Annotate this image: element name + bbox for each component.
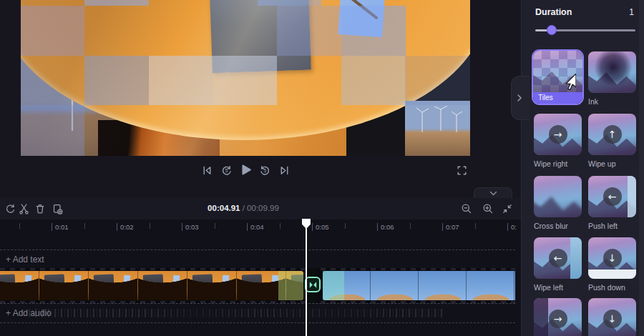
- wipe-left-thumbnail: ←: [534, 237, 582, 279]
- transition-card-push-down[interactable]: ↓Push down: [588, 237, 636, 292]
- transition-tile-overlay: [84, 0, 149, 6]
- ruler-tick-0:07: 0:07: [442, 223, 459, 231]
- forward-5s-button[interactable]: 5: [259, 164, 272, 177]
- clip-frame-thumbnail: [0, 271, 39, 300]
- ruler-minor-tick: [410, 223, 411, 229]
- split-button[interactable]: [19, 203, 30, 214]
- transition-tile-overlay: [405, 56, 470, 105]
- zoom-in-button[interactable]: [482, 203, 494, 214]
- skip-to-start-button[interactable]: [201, 164, 214, 177]
- transition-label: Tiles: [533, 92, 582, 104]
- transition-tile-overlay: [341, 56, 406, 105]
- ruler-minor-tick: [280, 223, 280, 229]
- ruler-tick-0:02: 0:02: [117, 223, 134, 231]
- ruler-tick-0:06: 0:06: [377, 223, 394, 231]
- svg-text:5: 5: [225, 168, 228, 173]
- transition-tile-overlay: [213, 56, 277, 105]
- transition-label: Push left: [588, 222, 636, 230]
- skip-end-icon: [278, 164, 291, 177]
- tiles-thumbnail: [533, 51, 582, 92]
- trash-icon: [34, 203, 46, 214]
- ruler-minor-tick: [345, 223, 346, 229]
- ruler-minor-tick: [215, 223, 215, 229]
- play-button[interactable]: [239, 163, 252, 176]
- delete-button[interactable]: [34, 203, 46, 214]
- fullscreen-button[interactable]: [456, 164, 469, 177]
- total-duration: 00:09.99: [247, 204, 279, 212]
- zoom-out-icon: [461, 203, 472, 214]
- redo-icon: [4, 203, 16, 214]
- add-text-label: + Add text: [6, 255, 44, 265]
- transition-tile-overlay: [258, 0, 321, 6]
- rewind-5s-button[interactable]: 5: [220, 164, 233, 177]
- clip-1-transition-fade: [278, 271, 303, 300]
- panel-scrollbar[interactable]: [639, 0, 644, 336]
- rewind-5-icon: 5: [220, 164, 233, 177]
- transition-card-push-left[interactable]: ←Push left: [588, 176, 636, 230]
- add-text-track[interactable]: + Add text: [0, 249, 515, 270]
- transition-tile-overlay: [84, 56, 149, 105]
- transition-label: Ink: [588, 97, 636, 106]
- play-icon: [239, 163, 253, 177]
- transition-label: Wipe up: [588, 159, 636, 168]
- transition-tile-overlay: [277, 6, 341, 56]
- transition-card-wipe-right[interactable]: →Wipe right: [534, 114, 582, 168]
- video-track: [0, 268, 515, 303]
- transition-card-tiles[interactable]: Tiles: [532, 49, 584, 105]
- transition-tile-overlay: [21, 6, 84, 56]
- ruler-minor-tick: [475, 223, 476, 229]
- transition-card-wipe-left[interactable]: ←Wipe left: [534, 237, 582, 292]
- scissors-icon: [19, 203, 30, 214]
- wipe-right-thumbnail: →: [534, 114, 582, 155]
- time-separator: /: [240, 204, 248, 212]
- ink-thumbnail: [588, 51, 636, 93]
- video-clip-2[interactable]: [323, 271, 515, 300]
- timeline-ruler[interactable]: 0:010:020:030:040:050:060:070:08: [0, 219, 517, 238]
- transition-label: Push down: [588, 283, 636, 292]
- wipe-down-thumbnail: ↓: [588, 298, 636, 336]
- zoom-out-button[interactable]: [461, 203, 472, 214]
- arrow-down-icon: ↓: [603, 249, 622, 267]
- redo-button[interactable]: [4, 203, 16, 214]
- transition-tile-overlay: [341, 6, 406, 56]
- fit-icon: [502, 203, 513, 214]
- transition-marker[interactable]: [305, 277, 321, 292]
- transition-label: Cross blur: [534, 222, 582, 230]
- transition-label: Wipe left: [534, 283, 582, 292]
- arrow-up-icon: ↑: [603, 125, 622, 144]
- ruler-tick-0:03: 0:03: [182, 223, 199, 231]
- ruler-tick-0:05: 0:05: [312, 223, 329, 231]
- track-sprocket-top: [0, 268, 515, 270]
- transition-icon: [308, 280, 318, 290]
- fit-to-screen-button[interactable]: [502, 203, 513, 214]
- transitions-grid: TilesInk→Wipe right↑Wipe upCross blur←Pu…: [521, 0, 639, 336]
- skip-to-end-button[interactable]: [278, 164, 291, 177]
- arrow-right-icon: →: [549, 310, 567, 328]
- clip-1-thumbnails: [0, 271, 303, 300]
- transition-label: Wipe right: [534, 159, 582, 168]
- add-audio-track[interactable]: + Add audio: [0, 303, 515, 323]
- push-right-thumbnail: →: [534, 298, 582, 336]
- ruler-tick-0:01: 0:01: [52, 223, 69, 231]
- arrow-left-icon: ←: [603, 187, 622, 206]
- transition-card-ink[interactable]: Ink: [588, 51, 636, 106]
- arrow-right-icon: →: [549, 125, 567, 144]
- video-clip-1[interactable]: [0, 271, 303, 300]
- expand-panel-button[interactable]: [511, 76, 530, 120]
- ruler-tick-0:08: 0:08: [507, 223, 517, 231]
- push-down-thumbnail: ↓: [588, 237, 636, 279]
- clip-frame-thumbnail: [138, 271, 187, 300]
- duplicate-button[interactable]: [52, 203, 63, 214]
- svg-text:5: 5: [264, 168, 267, 173]
- transition-card-push-right[interactable]: →: [534, 298, 582, 336]
- cross-blur-thumbnail: [534, 176, 582, 217]
- current-time: 00:04.91: [208, 204, 240, 212]
- chevron-down-icon: [489, 191, 497, 197]
- transition-tile-overlay: [21, 105, 84, 156]
- transition-card-cross-blur[interactable]: Cross blur: [534, 176, 582, 230]
- transition-card-wipe-up[interactable]: ↑Wipe up: [588, 114, 636, 168]
- clip-frame-thumbnail: [39, 271, 89, 300]
- fullscreen-icon: [456, 164, 468, 177]
- zoom-in-icon: [482, 203, 494, 214]
- transition-card-wipe-down[interactable]: ↓: [588, 298, 636, 336]
